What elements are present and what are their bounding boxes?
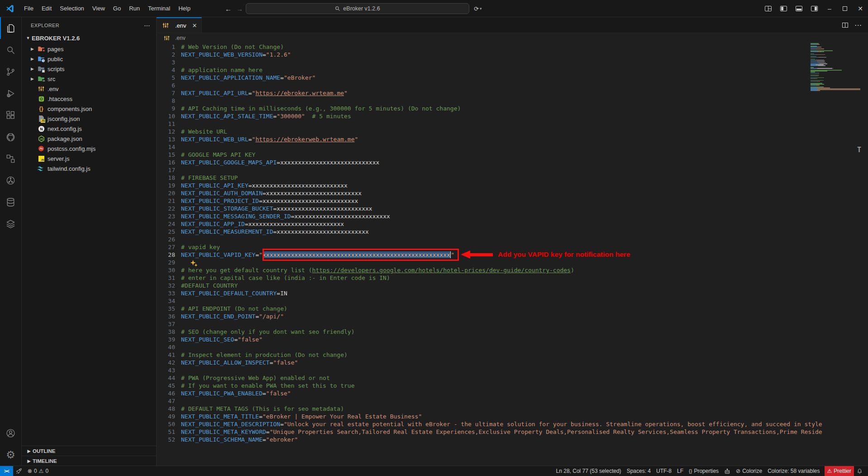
- back-icon[interactable]: ←: [225, 5, 232, 13]
- code-line-18[interactable]: 18# FIREBASE SETUP: [157, 174, 868, 182]
- split-editor-icon[interactable]: [842, 23, 848, 28]
- activity-search-icon[interactable]: [0, 39, 21, 61]
- editor-more-actions-icon[interactable]: ⋯: [854, 21, 862, 29]
- code-line-16[interactable]: 16NEXT_PUBLIC_GOOGLE_MAPS_API=xxxxxxxxxx…: [157, 159, 868, 166]
- menu-view[interactable]: View: [88, 0, 109, 17]
- code-line-15[interactable]: 15# GOOGLE MAPS API KEY: [157, 151, 868, 159]
- code-line-24[interactable]: 24NEXT_PUBLIC_APP_ID=xxxxxxxxxxxxxxxxxxx…: [157, 220, 868, 228]
- code-line-8[interactable]: 8: [157, 97, 868, 105]
- code-line-11[interactable]: 11: [157, 120, 868, 128]
- timeline-section[interactable]: ▶ TIMELINE: [22, 456, 156, 466]
- status-copilot[interactable]: [721, 466, 733, 476]
- status-eol[interactable]: LF: [674, 466, 686, 476]
- activity-settings-icon[interactable]: ⚙: [0, 444, 21, 466]
- restore-button[interactable]: [837, 0, 853, 17]
- code-line-37[interactable]: 37: [157, 320, 868, 328]
- code-line-39[interactable]: 39NEXT_PUBLIC_SEO="false": [157, 336, 868, 343]
- code-line-31[interactable]: 31# enter in capital case like (india :-…: [157, 274, 868, 282]
- code-line-25[interactable]: 25NEXT_PUBLIC_MEASUREMENT_ID=xxxxxxxxxxx…: [157, 228, 868, 236]
- toggle-secondary-sidebar-icon[interactable]: [806, 0, 822, 17]
- folder-public[interactable]: ▶◍public: [22, 54, 156, 64]
- code-line-42[interactable]: 42NEXT_PUBLIC_ALLOW_INSPECT="false": [157, 359, 868, 366]
- status-colorize-count[interactable]: Colorize: 58 variables: [765, 466, 822, 476]
- status-prettier[interactable]: ⚠Prettier: [825, 466, 854, 476]
- breadcrumb[interactable]: .env: [157, 33, 868, 43]
- file-tailwind-config-js[interactable]: tailwind.config.js: [22, 163, 156, 173]
- file-postcss-config-mjs[interactable]: postcss.config.mjs: [22, 144, 156, 154]
- code-line-36[interactable]: 36NEXT_PUBLIC_END_POINT="/api/": [157, 313, 868, 320]
- code-line-17[interactable]: 17: [157, 166, 868, 174]
- code-line-1[interactable]: 1# Web Version (Do not Change): [157, 43, 868, 51]
- code-line-32[interactable]: 32#DEFAULT COUNTRY: [157, 282, 868, 289]
- activity-ci-pipeline-icon[interactable]: [0, 169, 21, 191]
- code-line-44[interactable]: 44# PWA (Progressive Web App) enabled or…: [157, 374, 868, 382]
- inline-suggestion-sparkle-icon[interactable]: [190, 259, 198, 267]
- activity-accounts-icon[interactable]: [0, 422, 21, 444]
- activity-run-debug-icon[interactable]: [0, 82, 21, 104]
- code-line-14[interactable]: 14: [157, 143, 868, 151]
- code-line-2[interactable]: 2NEXT_PUBLIC_WEB_VERSION="1.2.6": [157, 51, 868, 58]
- code-line-6[interactable]: 6: [157, 82, 868, 89]
- menu-file[interactable]: File: [20, 0, 38, 17]
- sync-button[interactable]: ⟳▾: [474, 0, 482, 17]
- folder-scripts[interactable]: ▶▣scripts: [22, 64, 156, 74]
- activity-infrastructure-icon[interactable]: [0, 148, 21, 169]
- code-line-13[interactable]: 13NEXT_PUBLIC_WEB_URL="https://ebrokerwe…: [157, 135, 868, 143]
- tab-close-icon[interactable]: ✕: [192, 22, 197, 29]
- menu-help[interactable]: Help: [174, 0, 195, 17]
- code-line-23[interactable]: 23NEXT_PUBLIC_MESSAGING_SENDER_ID=xxxxxx…: [157, 212, 868, 220]
- menu-selection[interactable]: Selection: [56, 0, 88, 17]
- activity-layers-icon[interactable]: [0, 213, 21, 235]
- code-line-52[interactable]: 52NEXT_PUBLIC_SCHEMA_NAME="ebroker": [157, 436, 868, 443]
- file-components-json[interactable]: {}components.json: [22, 104, 156, 114]
- minimap[interactable]: T: [809, 43, 862, 466]
- minimize-button[interactable]: –: [822, 0, 837, 17]
- outline-section[interactable]: ▶ OUTLINE: [22, 446, 156, 456]
- code-line-20[interactable]: 20NEXT_PUBLIC_AUTH_DOMAIN=xxxxxxxxxxxxxx…: [157, 189, 868, 197]
- file-next-config-js[interactable]: Nnext.config.js: [22, 124, 156, 134]
- activity-github-icon[interactable]: [0, 126, 21, 148]
- code-line-49[interactable]: 49NEXT_PUBLIC_META_TITLE="eBroker | Empo…: [157, 413, 868, 420]
- code-line-43[interactable]: 43: [157, 366, 868, 374]
- file-package-json[interactable]: JSpackage.json: [22, 134, 156, 144]
- code-line-26[interactable]: 26: [157, 236, 868, 243]
- explorer-more-actions-icon[interactable]: ⋯: [144, 22, 151, 29]
- problems-indicator[interactable]: ⊗ 0 ⚠ 0: [25, 466, 51, 476]
- remote-indicator[interactable]: ><: [0, 466, 13, 476]
- activity-extensions-icon[interactable]: [0, 104, 21, 126]
- code-line-7[interactable]: 7NEXT_PUBLIC_API_URL="https://ebroker.wr…: [157, 89, 868, 97]
- code-line-40[interactable]: 40: [157, 343, 868, 351]
- code-line-38[interactable]: 38# SEO (change only if you dont want se…: [157, 328, 868, 336]
- code-line-34[interactable]: 34: [157, 297, 868, 305]
- code-line-4[interactable]: 4# application name here: [157, 66, 868, 74]
- status-notifications[interactable]: [854, 466, 865, 476]
- file-server-js[interactable]: JSserver.js: [22, 154, 156, 163]
- forward-icon[interactable]: →: [236, 5, 243, 13]
- code-line-30[interactable]: 30# here you get default country list (h…: [157, 266, 868, 274]
- command-center-search[interactable]: eBroker v1.2.6: [246, 3, 469, 14]
- code-line-3[interactable]: 3: [157, 58, 868, 66]
- status-encoding[interactable]: UTF-8: [653, 466, 674, 476]
- code-line-12[interactable]: 12# Website URL: [157, 128, 868, 135]
- file-jsconfig-json[interactable]: JSjsconfig.json: [22, 114, 156, 124]
- file-htaccess[interactable]: .htaccess: [22, 94, 156, 104]
- code-line-45[interactable]: 45# If you want to enable PWA then set t…: [157, 382, 868, 389]
- code-line-47[interactable]: 47: [157, 397, 868, 405]
- code-line-22[interactable]: 22NEXT_PUBLIC_STORAGE_BUCKET=xxxxxxxxxxx…: [157, 205, 868, 212]
- activity-database-icon[interactable]: [0, 191, 21, 213]
- code-editor[interactable]: 1# Web Version (Do not Change)2NEXT_PUBL…: [157, 43, 868, 466]
- activity-source-control-icon[interactable]: [0, 61, 21, 82]
- menu-run[interactable]: Run: [125, 0, 144, 17]
- code-line-5[interactable]: 5NEXT_PUBLIC_APPLICATION_NAME="eBroker": [157, 74, 868, 82]
- code-line-19[interactable]: 19NEXT_PUBLIC_API_KEY=xxxxxxxxxxxxxxxxxx…: [157, 182, 868, 189]
- close-button[interactable]: ✕: [853, 0, 868, 17]
- code-line-51[interactable]: 51NEXT_PUBLIC_META_KEYWORD="Unique Prope…: [157, 428, 868, 436]
- status-language-mode[interactable]: {}Properties: [686, 466, 721, 476]
- status-cursor-position[interactable]: Ln 28, Col 77 (53 selected): [553, 466, 624, 476]
- menu-edit[interactable]: Edit: [38, 0, 56, 17]
- code-line-50[interactable]: 50NEXT_PUBLIC_META_DESCRIPTION="Unlock y…: [157, 420, 868, 428]
- code-line-10[interactable]: 10NEXT_PUBLIC_API_STALE_TIME="300000" # …: [157, 112, 868, 120]
- code-line-46[interactable]: 46NEXT_PUBLIC_PWA_ENABLED="false": [157, 389, 868, 397]
- code-line-35[interactable]: 35# API ENDPOINT (Do not change): [157, 305, 868, 313]
- status-colorize-toggle[interactable]: ⊘Colorize: [733, 466, 765, 476]
